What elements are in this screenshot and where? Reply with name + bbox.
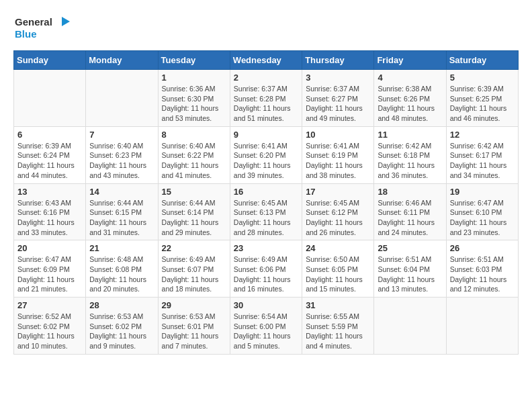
calendar-cell: 12Sunrise: 6:42 AMSunset: 6:17 PMDayligh… [446,126,518,183]
calendar-cell: 14Sunrise: 6:44 AMSunset: 6:15 PMDayligh… [86,183,158,240]
day-info: Sunrise: 6:53 AMSunset: 6:02 PMDaylight:… [89,312,154,351]
day-info: Sunrise: 6:52 AMSunset: 6:02 PMDaylight:… [17,312,82,351]
day-number: 9 [234,130,298,140]
calendar-cell: 1Sunrise: 6:36 AMSunset: 6:30 PMDaylight… [158,70,230,127]
calendar-cell: 24Sunrise: 6:50 AMSunset: 6:05 PMDayligh… [302,240,374,298]
day-info: Sunrise: 6:44 AMSunset: 6:15 PMDaylight:… [89,198,154,238]
calendar-cell: 15Sunrise: 6:44 AMSunset: 6:14 PMDayligh… [158,183,230,240]
week-row-1: 1Sunrise: 6:36 AMSunset: 6:30 PMDaylight… [14,70,519,127]
day-number: 22 [162,243,226,253]
day-number: 6 [17,130,82,140]
day-info: Sunrise: 6:55 AMSunset: 5:59 PMDaylight:… [306,312,370,351]
calendar-cell: 28Sunrise: 6:53 AMSunset: 6:02 PMDayligh… [86,298,158,355]
day-number: 24 [306,243,370,253]
day-info: Sunrise: 6:43 AMSunset: 6:16 PMDaylight:… [17,198,82,238]
day-info: Sunrise: 6:41 AMSunset: 6:19 PMDaylight:… [306,141,370,181]
day-info: Sunrise: 6:47 AMSunset: 6:09 PMDaylight:… [17,255,82,294]
day-number: 3 [306,73,370,83]
calendar-cell: 8Sunrise: 6:40 AMSunset: 6:22 PMDaylight… [158,126,230,183]
day-info: Sunrise: 6:38 AMSunset: 6:26 PMDaylight:… [378,84,442,124]
weekday-header-saturday: Saturday [446,51,518,70]
weekday-header-tuesday: Tuesday [158,51,230,70]
day-info: Sunrise: 6:42 AMSunset: 6:17 PMDaylight:… [450,141,515,181]
calendar-cell: 16Sunrise: 6:45 AMSunset: 6:13 PMDayligh… [230,183,302,240]
calendar-cell: 19Sunrise: 6:47 AMSunset: 6:10 PMDayligh… [446,183,518,240]
week-row-5: 27Sunrise: 6:52 AMSunset: 6:02 PMDayligh… [14,298,519,355]
day-info: Sunrise: 6:49 AMSunset: 6:07 PMDaylight:… [162,255,226,294]
calendar-cell: 18Sunrise: 6:46 AMSunset: 6:11 PMDayligh… [374,183,446,240]
day-info: Sunrise: 6:48 AMSunset: 6:08 PMDaylight:… [89,255,154,294]
calendar-cell: 2Sunrise: 6:37 AMSunset: 6:28 PMDaylight… [230,70,302,127]
day-number: 11 [378,130,442,140]
day-number: 5 [450,73,515,83]
svg-text:General: General [15,16,52,28]
day-number: 14 [89,187,154,197]
weekday-header-thursday: Thursday [302,51,374,70]
day-info: Sunrise: 6:37 AMSunset: 6:28 PMDaylight:… [234,84,298,124]
calendar-cell: 4Sunrise: 6:38 AMSunset: 6:26 PMDaylight… [374,70,446,127]
weekday-header-row: SundayMondayTuesdayWednesdayThursdayFrid… [14,51,519,70]
week-row-3: 13Sunrise: 6:43 AMSunset: 6:16 PMDayligh… [14,183,519,240]
day-number: 25 [378,243,442,253]
day-number: 27 [17,300,82,310]
day-number: 17 [306,187,370,197]
day-info: Sunrise: 6:45 AMSunset: 6:12 PMDaylight:… [306,198,370,238]
calendar-cell [86,70,158,127]
day-number: 26 [450,243,515,253]
day-number: 2 [234,73,298,83]
calendar-cell: 13Sunrise: 6:43 AMSunset: 6:16 PMDayligh… [14,183,86,240]
calendar-cell [374,298,446,355]
day-info: Sunrise: 6:40 AMSunset: 6:23 PMDaylight:… [89,141,154,181]
day-number: 13 [17,187,82,197]
calendar-cell: 9Sunrise: 6:41 AMSunset: 6:20 PMDaylight… [230,126,302,183]
day-info: Sunrise: 6:50 AMSunset: 6:05 PMDaylight:… [306,255,370,294]
day-info: Sunrise: 6:47 AMSunset: 6:10 PMDaylight:… [450,198,515,238]
day-info: Sunrise: 6:53 AMSunset: 6:01 PMDaylight:… [162,312,226,351]
calendar-cell: 30Sunrise: 6:54 AMSunset: 6:00 PMDayligh… [230,298,302,355]
logo: General Blue [13,13,74,44]
weekday-header-wednesday: Wednesday [230,51,302,70]
day-info: Sunrise: 6:45 AMSunset: 6:13 PMDaylight:… [234,198,298,238]
day-number: 28 [89,300,154,310]
calendar-cell: 21Sunrise: 6:48 AMSunset: 6:08 PMDayligh… [86,240,158,298]
svg-text:Blue: Blue [15,28,37,40]
calendar-cell: 23Sunrise: 6:49 AMSunset: 6:06 PMDayligh… [230,240,302,298]
calendar-cell: 20Sunrise: 6:47 AMSunset: 6:09 PMDayligh… [14,240,86,298]
calendar-cell [446,298,518,355]
week-row-2: 6Sunrise: 6:39 AMSunset: 6:24 PMDaylight… [14,126,519,183]
day-number: 4 [378,73,442,83]
day-number: 31 [306,300,370,310]
day-info: Sunrise: 6:42 AMSunset: 6:18 PMDaylight:… [378,141,442,181]
calendar-cell: 3Sunrise: 6:37 AMSunset: 6:27 PMDaylight… [302,70,374,127]
day-info: Sunrise: 6:44 AMSunset: 6:14 PMDaylight:… [162,198,226,238]
weekday-header-friday: Friday [374,51,446,70]
calendar-cell: 5Sunrise: 6:39 AMSunset: 6:25 PMDaylight… [446,70,518,127]
calendar-cell: 17Sunrise: 6:45 AMSunset: 6:12 PMDayligh… [302,183,374,240]
weekday-header-monday: Monday [86,51,158,70]
day-number: 8 [162,130,226,140]
day-info: Sunrise: 6:51 AMSunset: 6:03 PMDaylight:… [450,255,515,294]
day-number: 23 [234,243,298,253]
calendar-cell: 27Sunrise: 6:52 AMSunset: 6:02 PMDayligh… [14,298,86,355]
day-info: Sunrise: 6:39 AMSunset: 6:24 PMDaylight:… [17,141,82,181]
day-info: Sunrise: 6:41 AMSunset: 6:20 PMDaylight:… [234,141,298,181]
day-number: 12 [450,130,515,140]
weekday-header-sunday: Sunday [14,51,86,70]
calendar-table: SundayMondayTuesdayWednesdayThursdayFrid… [13,50,519,355]
calendar-cell: 29Sunrise: 6:53 AMSunset: 6:01 PMDayligh… [158,298,230,355]
day-info: Sunrise: 6:40 AMSunset: 6:22 PMDaylight:… [162,141,226,181]
day-number: 21 [89,243,154,253]
calendar-cell [14,70,86,127]
calendar-cell: 25Sunrise: 6:51 AMSunset: 6:04 PMDayligh… [374,240,446,298]
day-info: Sunrise: 6:37 AMSunset: 6:27 PMDaylight:… [306,84,370,124]
svg-marker-1 [62,17,70,26]
day-info: Sunrise: 6:46 AMSunset: 6:11 PMDaylight:… [378,198,442,238]
day-number: 19 [450,187,515,197]
day-number: 29 [162,300,226,310]
calendar-cell: 26Sunrise: 6:51 AMSunset: 6:03 PMDayligh… [446,240,518,298]
page-header: General Blue [13,13,519,44]
day-info: Sunrise: 6:36 AMSunset: 6:30 PMDaylight:… [162,84,226,124]
day-number: 10 [306,130,370,140]
day-number: 16 [234,187,298,197]
calendar-cell: 31Sunrise: 6:55 AMSunset: 5:59 PMDayligh… [302,298,374,355]
